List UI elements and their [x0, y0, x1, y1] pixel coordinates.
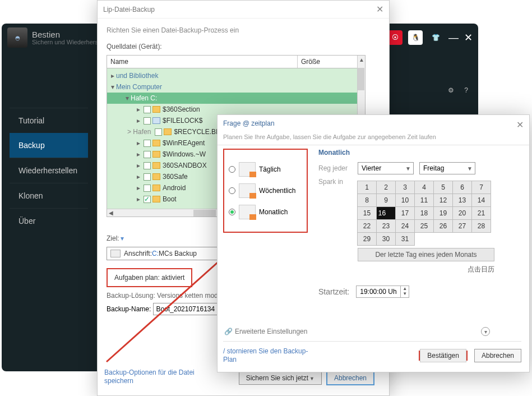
day-cell-8[interactable]: 8: [357, 194, 377, 207]
checkbox[interactable]: [144, 117, 151, 125]
expand-icon[interactable]: ▸: [135, 173, 142, 181]
day-cell-10[interactable]: 10: [395, 194, 415, 207]
sidebar-item-about[interactable]: Über: [10, 208, 88, 233]
close-icon[interactable]: ✕: [376, 4, 383, 15]
day-cell-4[interactable]: 4: [414, 181, 434, 194]
day-cell-16[interactable]: 16: [376, 206, 396, 220]
day-cell-15[interactable]: 15: [357, 206, 377, 220]
tree-item[interactable]: $WinREAgent: [163, 139, 205, 147]
start-time-input[interactable]: [356, 286, 401, 298]
day-cell-27[interactable]: 27: [452, 219, 472, 233]
expand-icon[interactable]: ▸: [135, 184, 142, 192]
tree-item[interactable]: $Windows.~W: [163, 150, 206, 158]
day-cell-25[interactable]: 25: [414, 219, 434, 233]
weekday-select[interactable]: Freitag▼: [419, 162, 475, 174]
weibo-icon[interactable]: ⦿: [388, 30, 403, 45]
cancel-plan-link[interactable]: / stornieren Sie den Backup-Plan: [223, 347, 318, 364]
expand-icon[interactable]: ▸: [135, 117, 142, 125]
ordinal-select[interactable]: Vierter▼: [358, 162, 414, 174]
confirm-button[interactable]: Bestätigen: [420, 349, 466, 362]
radio-weekly[interactable]: [229, 187, 235, 194]
expand-icon[interactable]: ▸: [109, 72, 116, 80]
day-cell-5[interactable]: 5: [433, 181, 453, 194]
tree-item[interactable]: Android: [163, 184, 186, 192]
spin-up-icon[interactable]: ▲: [401, 286, 409, 291]
tree-item[interactable]: $FILELOCK$: [163, 117, 202, 125]
minimize-button[interactable]: —: [448, 32, 459, 44]
save-now-button[interactable]: Sichern Sie sich jetzt▼: [239, 371, 322, 385]
day-cell-30[interactable]: 30: [376, 232, 396, 246]
day-cell-1[interactable]: 1: [357, 181, 377, 194]
advanced-settings-toggle[interactable]: 🔗 Erweiterte Einstellungen ▾: [224, 327, 490, 336]
tree-item[interactable]: $RECYCLE.BIN: [174, 128, 223, 136]
expand-icon[interactable]: ▸: [135, 162, 142, 169]
tree-item[interactable]: 360SANDBOX: [163, 162, 207, 169]
checkbox[interactable]: [144, 162, 151, 169]
scroll-left-icon[interactable]: ◀: [107, 210, 115, 216]
day-cell-12[interactable]: 12: [433, 194, 453, 207]
last-day-button[interactable]: Der letzte Tag eines jeden Monats: [358, 248, 494, 261]
qq-icon[interactable]: 🐧: [408, 30, 423, 45]
sidebar-item-clone[interactable]: Klonen: [10, 183, 88, 208]
checkbox[interactable]: [144, 173, 151, 181]
expand-icon[interactable]: ▸: [135, 195, 142, 203]
checkbox-checked[interactable]: [144, 196, 151, 203]
day-cell-29[interactable]: 29: [357, 232, 377, 246]
tree-item[interactable]: Boot: [163, 195, 177, 203]
expand-icon[interactable]: ▾: [124, 94, 131, 102]
day-cell-9[interactable]: 9: [376, 194, 396, 207]
backup-options-link[interactable]: Backup-Optionen für die Datei speichern: [104, 369, 216, 385]
schedule-plan-button[interactable]: Aufgaben plan: aktiviert: [107, 268, 192, 287]
close-icon[interactable]: ✕: [516, 119, 524, 130]
day-cell-28[interactable]: 28: [471, 219, 491, 233]
scrollbar-thumb[interactable]: [193, 210, 216, 217]
cancel-button[interactable]: Abbrechen: [326, 371, 374, 385]
col-size[interactable]: Größe: [298, 56, 323, 68]
day-cell-14[interactable]: 14: [471, 194, 491, 207]
expand-icon[interactable]: ▸: [135, 139, 142, 147]
day-cell-21[interactable]: 21: [471, 206, 491, 220]
day-cell-11[interactable]: 11: [414, 194, 434, 207]
day-cell-20[interactable]: 20: [452, 206, 472, 220]
checkbox[interactable]: [144, 106, 151, 113]
day-cell-2[interactable]: 2: [376, 181, 396, 194]
checkbox[interactable]: [144, 151, 151, 158]
day-cell-24[interactable]: 24: [395, 219, 415, 233]
day-cell-31[interactable]: 31: [395, 232, 415, 246]
day-cell-23[interactable]: 23: [376, 219, 396, 233]
sidebar-item-backup[interactable]: Backup: [10, 133, 88, 158]
expand-icon[interactable]: ▾: [109, 83, 116, 91]
chevron-down-icon[interactable]: ▼: [309, 376, 314, 381]
tree-computer[interactable]: Mein Computer: [116, 83, 162, 91]
help-icon[interactable]: ?: [464, 86, 468, 94]
radio-monthly[interactable]: [229, 209, 235, 215]
settings-icon[interactable]: ⚙: [448, 86, 454, 94]
tree-drive[interactable]: Hafen C:: [131, 94, 157, 102]
tree-item[interactable]: 360Safe: [163, 173, 188, 181]
sidebar-item-restore[interactable]: Wiederherstellen: [10, 158, 88, 183]
day-cell-17[interactable]: 17: [395, 206, 415, 220]
scroll-up-icon[interactable]: ▲: [358, 56, 366, 63]
time-spinner[interactable]: ▲▼: [400, 286, 409, 298]
day-cell-13[interactable]: 13: [452, 194, 472, 207]
day-cell-26[interactable]: 26: [433, 219, 453, 233]
col-name[interactable]: Name: [107, 56, 298, 68]
spin-down-icon[interactable]: ▼: [401, 291, 409, 296]
day-cell-7[interactable]: 7: [471, 181, 491, 194]
sidebar-item-tutorial[interactable]: Tutorial: [10, 108, 88, 133]
day-cell-3[interactable]: 3: [395, 181, 415, 194]
checkbox[interactable]: [144, 140, 151, 147]
checkbox[interactable]: [155, 128, 162, 136]
day-cell-22[interactable]: 22: [357, 219, 377, 233]
day-cell-6[interactable]: 6: [452, 181, 472, 194]
day-cell-18[interactable]: 18: [414, 206, 434, 220]
expand-icon[interactable]: ▸: [135, 150, 142, 158]
skin-icon[interactable]: 👕: [428, 30, 443, 45]
tree-item[interactable]: $360Section: [163, 105, 200, 113]
radio-daily[interactable]: [229, 166, 235, 173]
close-button[interactable]: ✕: [464, 31, 473, 44]
chevron-down-icon[interactable]: ▾: [481, 327, 490, 336]
cancel-button[interactable]: Abbrechen: [474, 349, 521, 362]
scrollbar-thumb[interactable]: [358, 68, 364, 90]
checkbox[interactable]: [144, 185, 151, 192]
